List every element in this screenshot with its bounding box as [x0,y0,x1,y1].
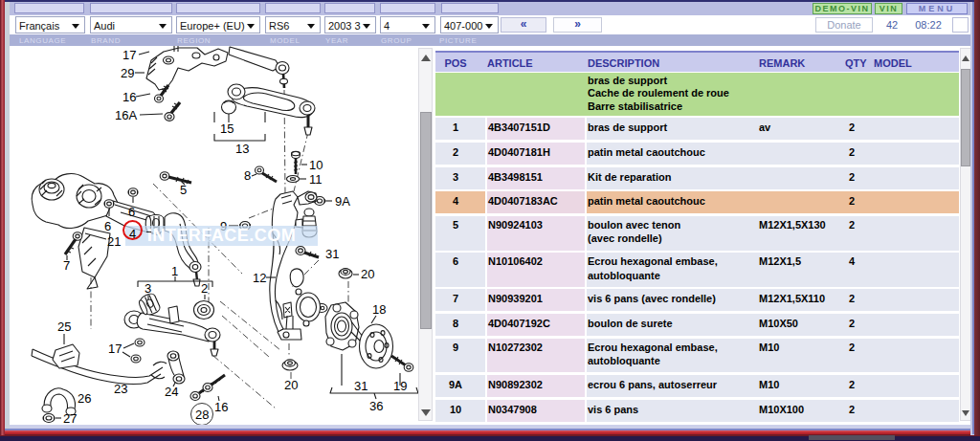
svg-text:26: 26 [78,391,91,406]
svg-text:31: 31 [325,247,339,261]
svg-text:17: 17 [108,342,122,356]
svg-text:17: 17 [122,48,136,62]
svg-text:20: 20 [361,267,374,281]
svg-text:15: 15 [220,121,234,136]
svg-text:2: 2 [201,281,208,296]
svg-text:6: 6 [128,205,135,219]
svg-text:11: 11 [309,172,323,187]
svg-text:25: 25 [57,320,71,334]
svg-text:16: 16 [122,90,136,104]
svg-text:8: 8 [244,168,251,183]
svg-text:19: 19 [393,379,407,393]
svg-text:23: 23 [114,382,127,396]
svg-text:29: 29 [121,66,134,80]
svg-text:36: 36 [369,399,383,413]
svg-text:16: 16 [214,400,228,414]
svg-text:12: 12 [253,271,266,285]
svg-text:20: 20 [284,378,298,392]
svg-text:28: 28 [195,408,209,422]
svg-text:18: 18 [372,302,386,317]
svg-text:10: 10 [309,158,323,172]
svg-text:13: 13 [235,142,249,156]
svg-text:9A: 9A [335,194,350,209]
svg-text:16A: 16A [115,108,137,122]
svg-text:6: 6 [104,219,111,233]
svg-text:21: 21 [107,234,121,249]
svg-text:5: 5 [180,183,187,197]
svg-text:31: 31 [354,379,368,393]
svg-text:1: 1 [171,264,178,278]
svg-text:27: 27 [63,411,77,425]
svg-text:24: 24 [165,385,178,399]
svg-text:7: 7 [63,258,70,273]
svg-text:3: 3 [145,281,151,296]
